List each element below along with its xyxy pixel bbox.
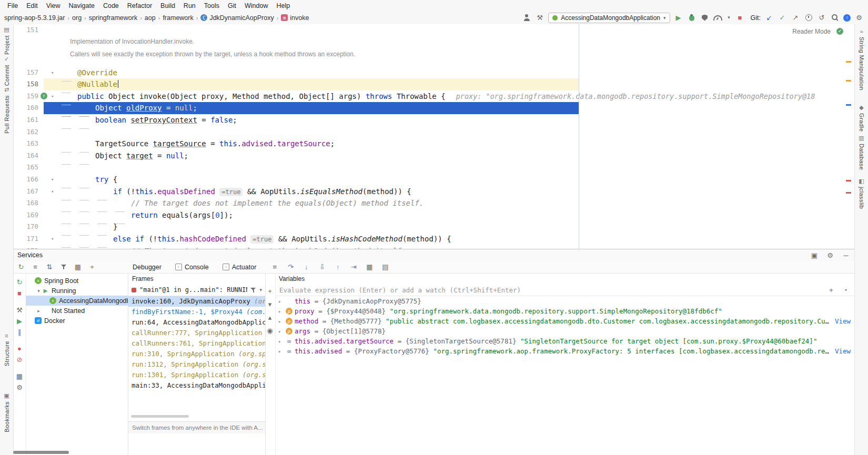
variable-row[interactable]: ▸∞this.advised.targetSource = {Singleton… [275,336,855,346]
chevron-right-icon[interactable]: ▸ [278,299,284,304]
overriding-method-icon[interactable]: ↑ [41,93,47,99]
breadcrumb-item[interactable]: org [72,14,82,22]
line-number[interactable]: 164 [13,150,38,162]
menu-edit[interactable]: Edit [22,1,42,11]
chevron-right-icon[interactable]: ▸ [278,309,284,314]
tool-button-database[interactable]: ▥Database [855,135,868,170]
services-settings-icon[interactable]: ⚙ [825,250,835,260]
line-number[interactable]: 161 [13,114,38,126]
profiler-button[interactable] [713,13,723,23]
chevron-down-icon[interactable]: ▾ [35,288,42,294]
frames-horizontal-scrollbar[interactable] [131,415,189,418]
line-number[interactable]: 157 [13,67,38,79]
collaboration-users-icon[interactable] [522,13,531,23]
force-step-into-icon[interactable]: ⇩ [317,262,327,272]
menu-run[interactable]: Run [179,1,200,11]
tool-button-bookmarks[interactable]: ▣Bookmarks [0,392,13,432]
stack-frame-row[interactable]: callRunners:761, SpringApplication (org.… [128,338,265,349]
tool-button-jclasslib[interactable]: ◧jclasslib [855,178,868,209]
variable-row[interactable]: ▸this = {JdkDynamicAopProxy@5775} [275,296,855,306]
breadcrumb-item[interactable]: springframework [89,14,137,22]
tree-item-docker[interactable]: dDocker [26,316,128,326]
line-number[interactable]: 151 [13,24,38,36]
tab-console[interactable]: ›Console [173,262,211,272]
history-icon[interactable] [804,13,813,23]
line-number[interactable]: 170 [13,221,38,233]
line-number[interactable]: 158 [13,78,38,90]
build-project-icon[interactable]: ⚒ [535,13,544,23]
tab-debugger[interactable]: Debugger [130,262,164,272]
filter-icon[interactable] [59,262,68,272]
error-stripe-error-mark[interactable] [846,180,851,181]
build-icon[interactable]: ⚒ [15,305,24,315]
filter-frames-icon[interactable] [250,287,256,293]
move-watch-down-icon[interactable]: ▾ [265,299,275,309]
fold-arrow-icon[interactable]: ▾ [51,90,54,103]
show-watches-icon[interactable]: ◉ [265,326,275,335]
rollback-icon[interactable]: ↺ [817,13,826,23]
run-button[interactable]: ▶ [674,13,683,23]
code-editor[interactable]: 151Implementation of InvocationHandler.i… [13,24,855,249]
group-by-icon[interactable]: ▦ [73,262,83,272]
rerun-button[interactable]: ↻ [15,278,24,287]
chevron-right-icon[interactable]: ▸ [278,339,284,344]
stack-frame-row[interactable]: findByFirstName:-1, $Proxy44 (com.sun.pr… [128,307,265,317]
debug-button[interactable] [687,13,697,23]
search-everywhere-icon[interactable] [830,13,840,23]
stack-frame-row[interactable]: callRunner:777, SpringApplication (org.s… [128,328,265,338]
line-number[interactable]: 171 [13,233,38,245]
menu-refactor[interactable]: Refactor [123,1,156,11]
services-tree[interactable]: sSpring Boot▾▶RunningsAccessingDataMongo… [26,274,128,455]
menu-navigate[interactable]: Navigate [65,1,99,11]
tree-item-running[interactable]: ▾▶Running [26,286,128,296]
menu-git[interactable]: Git [224,1,240,11]
run-to-cursor-icon[interactable]: ⇥ [349,262,358,272]
tool-button-string-manipulation[interactable]: ≈String Manipulation [855,28,868,90]
updates-available-icon[interactable]: ↑ [843,14,851,22]
fold-arrow-icon[interactable]: ▾ [51,233,54,245]
chevron-right-icon[interactable]: ▸ [35,308,42,314]
stop-button[interactable]: ■ [735,13,745,23]
code-lines[interactable]: 151Implementation of InvocationHandler.i… [13,24,855,249]
tool-button-gradle[interactable]: ◆Gradle [855,104,868,132]
chevron-down-icon[interactable]: ▾ [259,287,262,292]
frames-list[interactable]: invoke:160, JdkDynamicAopProxy (org.spri… [128,296,265,391]
memory-view-icon[interactable]: ▤ [380,262,390,272]
view-breakpoints-button[interactable]: ● [15,344,24,353]
evaluate-expression-bar[interactable]: Evaluate expression (Enter) or add a wat… [275,284,855,296]
sort-icon[interactable]: ⇅ [45,262,54,272]
fold-arrow-icon[interactable]: ▾ [51,174,54,186]
variable-row[interactable]: ▸pargs = {Object[1]@5778} [275,326,855,336]
coverage-button[interactable] [700,13,710,23]
resume-button[interactable]: ▶ [15,316,24,326]
chevron-right-icon[interactable]: ▸ [278,329,284,334]
float-mode-icon[interactable]: ▣ [810,250,819,260]
fold-arrow-icon[interactable]: ▾ [51,67,54,79]
chevron-right-icon[interactable]: ▸ [278,349,284,354]
menu-view[interactable]: View [42,1,65,11]
stack-frame-row[interactable]: main:33, AccessingDataMongodbApplicatio [128,380,265,391]
settings-gear-icon[interactable]: ⚙ [854,13,864,23]
debugger-settings-icon[interactable]: ⚙ [15,382,24,392]
add-service-icon[interactable]: + [87,262,97,272]
line-number[interactable]: 162 [13,126,38,138]
error-stripe-error-mark[interactable] [846,192,851,194]
chevron-down-icon[interactable]: ▾ [841,285,851,295]
fold-arrow-icon[interactable]: ▾ [51,186,54,198]
tree-item-accessingdatamongodba[interactable]: sAccessingDataMongodbA [26,296,128,306]
variables-list[interactable]: ▸this = {JdkDynamicAopProxy@5775}▸pproxy… [275,296,855,356]
menu-window[interactable]: Window [240,1,272,11]
menu-build[interactable]: Build [156,1,179,11]
line-number[interactable]: 165 [13,161,38,174]
menu-file[interactable]: File [3,1,22,11]
tool-button-project[interactable]: ▤Project [0,26,13,55]
error-stripe-execution-mark[interactable] [846,104,851,106]
variable-row[interactable]: ▸pmethod = {Method@5777} "public abstrac… [275,316,855,326]
line-number[interactable]: 172 [13,245,38,249]
view-options-icon[interactable]: ≡ [31,262,40,272]
error-stripe-warning-mark[interactable] [846,61,851,63]
move-watch-up-icon[interactable]: ▴ [265,312,275,322]
error-stripe-warning-mark[interactable] [846,80,851,82]
line-number[interactable]: 166 [13,174,38,186]
stop-debug-button[interactable]: ■ [15,289,24,298]
